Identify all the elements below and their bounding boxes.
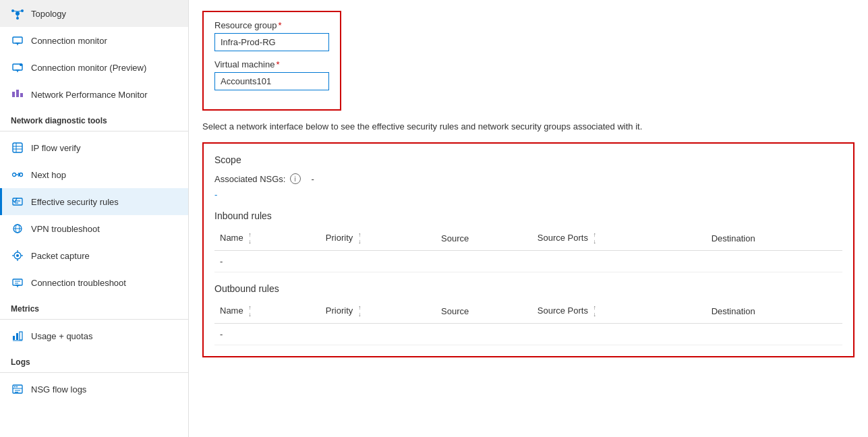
svg-point-31 (16, 254, 19, 257)
inbound-col-priority: Priority ↑↓ (320, 227, 436, 251)
sidebar-item-npm[interactable]: Network Performance Monitor (0, 81, 188, 108)
resource-group-group: Resource group* (214, 20, 329, 51)
outbound-rules-title: Outbound rules (214, 283, 842, 294)
effective-security-icon (11, 195, 24, 208)
resource-group-label: Resource group* (214, 20, 329, 30)
ip-flow-icon (11, 141, 24, 154)
inbound-name-sort-icon[interactable]: ↑↓ (248, 232, 252, 245)
inbound-row-destination (706, 251, 842, 272)
description-text: Select a network interface below to see … (202, 121, 855, 132)
outbound-row-name: - (214, 324, 320, 345)
inbound-priority-sort-icon[interactable]: ↑↓ (358, 232, 361, 245)
scope-title: Scope (214, 154, 842, 165)
logs-section-header: Logs (0, 349, 188, 370)
usage-icon (11, 329, 24, 343)
svg-rect-36 (13, 279, 22, 285)
logs-divider (0, 372, 188, 373)
main-content: Resource group* Virtual machine* Select … (189, 0, 868, 437)
svg-rect-41 (13, 336, 15, 340)
metrics-divider (0, 319, 188, 320)
outbound-priority-sort-icon[interactable]: ↑↓ (358, 305, 361, 318)
sidebar: Topology Connection monitor Connection m… (0, 0, 189, 437)
virtual-machine-required: * (276, 59, 279, 69)
svg-rect-17 (13, 143, 22, 152)
inbound-row-source-ports (532, 251, 706, 272)
svg-rect-14 (12, 92, 15, 97)
inbound-sourceports-sort-icon[interactable]: ↑↓ (594, 232, 597, 245)
outbound-col-source: Source (436, 299, 532, 324)
virtual-machine-input[interactable] (214, 72, 329, 90)
resource-group-input[interactable] (214, 33, 329, 51)
outbound-col-name: Name ↑↓ (214, 299, 320, 324)
svg-rect-15 (16, 90, 19, 97)
inbound-col-name: Name ↑↓ (214, 227, 320, 251)
npm-icon (11, 88, 24, 101)
topology-icon (11, 7, 24, 20)
diagnostic-divider (0, 131, 188, 132)
table-row: - (214, 251, 842, 272)
sidebar-item-conn-troubleshoot-label: Connection troubleshoot (31, 278, 126, 288)
resource-group-required: * (279, 20, 282, 30)
sidebar-item-ip-flow[interactable]: IP flow verify (0, 134, 188, 161)
sidebar-item-npm-label: Network Performance Monitor (31, 90, 148, 100)
inbound-col-destination: Destination (706, 227, 842, 251)
outbound-col-destination: Destination (706, 299, 842, 324)
sidebar-item-connection-monitor-label: Connection monitor (31, 36, 107, 46)
outbound-rules-table: Name ↑↓ Priority ↑↓ Source Source Ports (214, 299, 842, 345)
sidebar-item-next-hop[interactable]: Next hop (0, 161, 188, 188)
inbound-header-row: Name ↑↓ Priority ↑↓ Source Source Ports (214, 227, 842, 251)
inbound-rules-section: Inbound rules Name ↑↓ Priority ↑↓ Sour (214, 210, 842, 272)
sidebar-item-vpn-label: VPN troubleshoot (31, 224, 100, 234)
sidebar-item-connection-monitor-preview[interactable]: Connection monitor (Preview) (0, 54, 188, 81)
sidebar-item-usage-quotas[interactable]: Usage + quotas (0, 322, 188, 349)
virtual-machine-label: Virtual machine* (214, 59, 329, 69)
sidebar-item-usage-label: Usage + quotas (31, 331, 92, 341)
sidebar-item-effective-security-label: Effective security rules (31, 197, 119, 207)
conn-troubleshoot-icon (11, 276, 24, 289)
inbound-col-source: Source (436, 227, 532, 251)
outbound-row-source (436, 324, 532, 345)
inbound-row-name: - (214, 251, 320, 272)
sidebar-item-topology[interactable]: Topology (0, 0, 188, 27)
outbound-row-destination (706, 324, 842, 345)
nsgs-value: - (312, 174, 314, 184)
outbound-sourceports-sort-icon[interactable]: ↑↓ (594, 305, 597, 318)
outbound-header-row: Name ↑↓ Priority ↑↓ Source Source Ports (214, 299, 842, 324)
svg-rect-43 (20, 332, 22, 340)
dash-link[interactable]: - (214, 190, 842, 200)
inbound-rules-table: Name ↑↓ Priority ↑↓ Source Source Ports (214, 227, 842, 272)
virtual-machine-group: Virtual machine* (214, 59, 329, 90)
next-hop-icon (11, 168, 24, 181)
associated-nsgs-label: Associated NSGs: (214, 174, 286, 184)
scope-panel: Scope Associated NSGs: i - - Inbound rul… (202, 142, 855, 357)
svg-point-3 (16, 17, 19, 20)
sidebar-item-packet-capture-label: Packet capture (31, 251, 90, 261)
info-icon[interactable]: i (290, 173, 301, 184)
svg-point-13 (20, 63, 22, 66)
svg-point-47 (14, 386, 16, 388)
outbound-row-priority (320, 324, 436, 345)
inbound-rules-title: Inbound rules (214, 210, 842, 221)
sidebar-item-nsg-flow-label: NSG flow logs (31, 384, 86, 395)
vpn-icon (11, 222, 24, 235)
sidebar-item-connection-monitor[interactable]: Connection monitor (0, 27, 188, 54)
svg-point-0 (16, 11, 20, 16)
connection-monitor-icon (11, 34, 24, 47)
outbound-rules-section: Outbound rules Name ↑↓ Priority ↑↓ Sou (214, 283, 842, 345)
sidebar-item-conn-troubleshoot[interactable]: Connection troubleshoot (0, 269, 188, 296)
sidebar-item-ip-flow-label: IP flow verify (31, 143, 80, 153)
sidebar-item-nsg-flow[interactable]: NSG flow logs (0, 376, 188, 403)
sidebar-item-vpn-troubleshoot[interactable]: VPN troubleshoot (0, 215, 188, 242)
packet-capture-icon (11, 249, 24, 262)
svg-point-21 (13, 173, 16, 177)
nsg-icon (11, 382, 24, 396)
inbound-row-source (436, 251, 532, 272)
sidebar-item-effective-security[interactable]: Effective security rules (0, 188, 188, 215)
outbound-name-sort-icon[interactable]: ↑↓ (248, 305, 252, 318)
svg-rect-7 (13, 37, 22, 43)
sidebar-item-packet-capture[interactable]: Packet capture (0, 242, 188, 269)
svg-rect-42 (16, 333, 18, 340)
inbound-row-priority (320, 251, 436, 272)
associated-nsgs-row: Associated NSGs: i - (214, 173, 842, 184)
table-row: - (214, 324, 842, 345)
